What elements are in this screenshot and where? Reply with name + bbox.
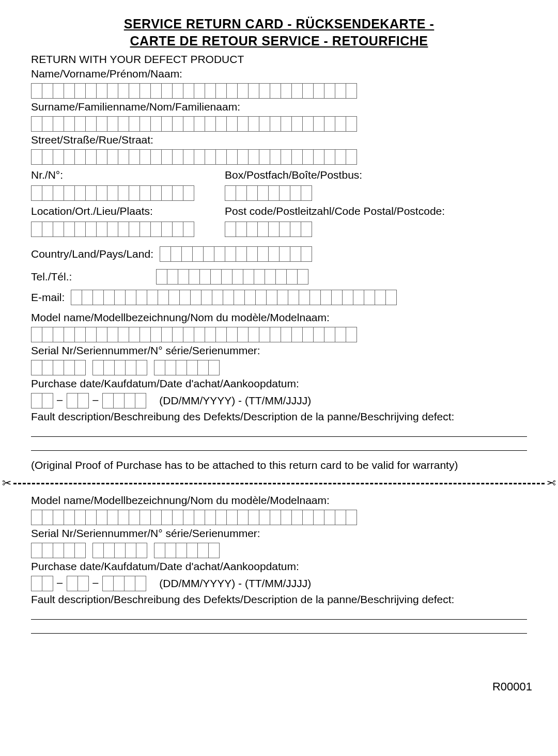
serial-input[interactable]	[31, 360, 527, 375]
purchase-label: Purchase date/Kaufdatum/Date d'achat/Aan…	[31, 377, 527, 390]
model-input-2[interactable]	[31, 510, 527, 525]
location-input[interactable]	[31, 222, 194, 237]
fault-label-2: Fault description/Beschreibung des Defek…	[31, 593, 527, 606]
street-label: Street/Straße/Rue/Straat:	[31, 134, 527, 146]
purchase-label-2: Purchase date/Kaufdatum/Date d'achat/Aan…	[31, 560, 527, 573]
name-label: Name/Vorname/Prénom/Naam:	[31, 68, 527, 80]
box-input[interactable]	[225, 185, 362, 201]
serial-label: Serial Nr/Seriennummer/N° série/Serienum…	[31, 344, 527, 357]
country-input[interactable]	[160, 246, 312, 262]
nr-label: Nr./N°:	[31, 169, 194, 181]
tel-input[interactable]	[156, 269, 308, 285]
fault-line2[interactable]	[31, 439, 527, 451]
date-dd[interactable]	[31, 393, 53, 408]
scissors-icon: ✂	[545, 477, 558, 490]
date-mm-2[interactable]	[67, 576, 88, 591]
proof-note: (Original Proof of Purchase has to be at…	[31, 459, 527, 471]
location-label: Location/Ort./Lieu/Plaats:	[31, 205, 194, 217]
cut-line: ✂ ✂	[0, 477, 558, 490]
date-yyyy[interactable]	[102, 393, 146, 408]
date-hint-2: (DD/MM/YYYY) - (TT/MM/JJJJ)	[159, 577, 311, 590]
email-label: E-mail:	[31, 291, 65, 304]
country-label: Country/Land/Pays/Land:	[31, 248, 153, 260]
fault-line1[interactable]	[31, 425, 527, 437]
date-yyyy-2[interactable]	[102, 576, 146, 591]
surname-label: Surname/Familienname/Nom/Familienaam:	[31, 101, 527, 113]
date-sep2: –	[91, 394, 99, 406]
return-instruction: RETURN WITH YOUR DEFECT PRODUCT	[31, 53, 527, 66]
email-input[interactable]	[71, 290, 396, 305]
date-hint: (DD/MM/YYYY) - (TT/MM/JJJJ)	[159, 395, 311, 407]
fault-line1-2[interactable]	[31, 608, 527, 620]
title-line2: CARTE DE RETOUR SERVICE - RETOURFICHE	[130, 34, 428, 48]
box-label: Box/Postfach/Boîte/Postbus:	[225, 169, 362, 181]
scissors-icon: ✂	[0, 477, 13, 490]
name-input[interactable]	[31, 83, 527, 99]
form-code: R00001	[21, 680, 532, 694]
date-sep1-2: –	[56, 577, 64, 589]
postcode-input[interactable]	[225, 222, 445, 237]
serial-input-2[interactable]	[31, 543, 527, 558]
surname-input[interactable]	[31, 116, 527, 132]
tel-label: Tel./Tél.:	[31, 271, 150, 283]
nr-input[interactable]	[31, 185, 194, 201]
model-input[interactable]	[31, 327, 527, 342]
postcode-label: Post code/Postleitzahl/Code Postal/Postc…	[225, 205, 445, 217]
model-label-2: Model name/Modellbezeichnung/Nom du modè…	[31, 494, 527, 507]
serial-label-2: Serial Nr/Seriennummer/N° série/Serienum…	[31, 527, 527, 540]
title-line1: SERVICE RETURN CARD - RÜCKSENDEKARTE -	[124, 17, 435, 31]
street-input[interactable]	[31, 149, 527, 165]
model-label: Model name/Modellbezeichnung/Nom du modè…	[31, 311, 527, 324]
date-sep1: –	[56, 394, 64, 406]
date-mm[interactable]	[67, 393, 88, 408]
date-sep2-2: –	[91, 577, 99, 589]
fault-line2-2[interactable]	[31, 622, 527, 634]
date-dd-2[interactable]	[31, 576, 53, 591]
fault-label: Fault description/Beschreibung des Defek…	[31, 411, 527, 423]
